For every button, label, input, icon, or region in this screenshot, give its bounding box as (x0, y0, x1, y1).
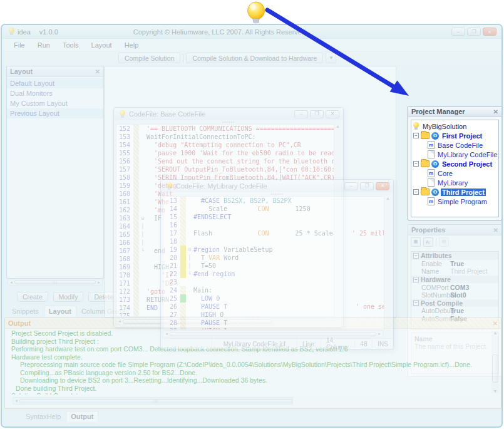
doc-bulb-icon (119, 110, 126, 118)
fold-marker (139, 157, 147, 165)
line-number: 160 (116, 190, 133, 198)
menu-item-help[interactable]: Help (119, 40, 145, 50)
property-value: Slot0 (450, 291, 466, 299)
property-group-row[interactable]: −Attributes (411, 252, 498, 260)
minimize-button[interactable]: – (451, 28, 465, 36)
scroll-thumb[interactable]: ||| (19, 399, 292, 403)
mylibrary-code-editor[interactable]: 13 #CASE BS2SX, BS2P, BS2PX14 Scale CON … (163, 196, 391, 330)
toolbar-dropdown-button[interactable]: ▼ (326, 53, 336, 63)
scroll-left-icon[interactable]: ◂ (116, 319, 123, 324)
doc-maximize-button[interactable]: ❐ (360, 182, 374, 190)
create-button[interactable]: Create (17, 292, 48, 302)
project-manager-close-icon[interactable]: ✕ (493, 108, 498, 115)
project-manager-header: Project Manager ✕ (408, 106, 501, 117)
categorized-view-icon[interactable]: ▦ (411, 237, 421, 247)
doc-close-button[interactable]: ✕ (376, 182, 389, 190)
menu-item-run[interactable]: Run (32, 40, 56, 50)
property-group-row[interactable]: −Post Compile (411, 299, 498, 308)
mylibrary-titlebar[interactable]: CodeFile: MyLibrary CodeFile – ❐ ✕ (161, 180, 393, 192)
tree-file-row[interactable]: mSimple Program (411, 197, 498, 206)
fold-marker (186, 221, 193, 229)
mylibrary-hscrollbar[interactable]: ◂ ▸ (163, 330, 383, 338)
code-text: T (220, 319, 227, 327)
output-vscrollbar[interactable]: ▲ ▼ (491, 331, 499, 393)
scroll-left-icon[interactable]: ◂ (13, 398, 19, 403)
code-text: CON (257, 229, 269, 237)
layout-panel-hscrollbar[interactable]: ◂ ||| ▸ (8, 279, 103, 286)
property-row[interactable]: EnableTrue (411, 260, 498, 268)
output-hscrollbar[interactable]: ◂ ||| (13, 397, 293, 405)
close-button[interactable]: x (483, 28, 496, 36)
maximize-button[interactable]: ❐ (467, 28, 481, 36)
tree-file-row[interactable]: mBase CodeFile (411, 140, 498, 150)
collapse-icon[interactable]: − (413, 277, 419, 282)
tab-layout[interactable]: Layout (44, 306, 76, 317)
tab-output[interactable]: Output (66, 411, 98, 422)
tree-file-row[interactable]: MyLibrary (411, 178, 498, 187)
scroll-left-icon[interactable]: ◂ (163, 331, 170, 336)
property-group-row[interactable]: −Hardware (411, 276, 498, 284)
tab-syntaxhelp[interactable]: SyntaxHelp (21, 411, 66, 422)
collapse-icon[interactable]: − (413, 300, 419, 306)
scroll-right-icon[interactable]: ▸ (96, 280, 102, 285)
splitter-grip[interactable]: •••••• (161, 192, 393, 195)
tab-snippets[interactable]: Snippets (7, 306, 44, 317)
scroll-thumb[interactable] (170, 332, 376, 336)
line-number: 166 (116, 239, 133, 247)
property-pages-icon[interactable]: ▤ (439, 237, 449, 247)
base-codefile-titlebar[interactable]: CodeFile: Base CodeFile – ❐ ✕ (114, 108, 343, 120)
scroll-thumb[interactable]: ||| (14, 280, 96, 284)
mylibrary-vscrollbar[interactable]: ▲ (384, 196, 391, 330)
doc-maximize-button[interactable]: ❐ (310, 110, 324, 118)
output-close-icon[interactable]: ✕ (493, 320, 498, 327)
scroll-left-icon[interactable]: ◂ (8, 280, 14, 285)
collapse-icon[interactable]: − (413, 161, 419, 167)
line-number: 153 (116, 133, 133, 141)
tree-project-row[interactable]: −OThird Project (411, 187, 498, 197)
modify-button[interactable]: Modify (53, 292, 84, 302)
layout-list-item[interactable]: Default Layout (7, 78, 103, 88)
menu-item-file[interactable]: File (8, 40, 31, 50)
code-text: #ENDSELECT (193, 213, 231, 221)
doc-minimize-button[interactable]: – (294, 110, 308, 118)
menu-item-layout[interactable]: Layout (86, 40, 118, 50)
doc-minimize-button[interactable]: – (344, 182, 358, 190)
collapse-icon[interactable]: − (413, 189, 419, 195)
layout-list-item[interactable]: My Custom Layout (7, 98, 103, 108)
fold-collapse-icon[interactable]: ⊟ (186, 246, 193, 254)
properties-close-icon[interactable]: ✕ (493, 227, 498, 234)
fold-collapse-icon[interactable]: ⊟ (139, 214, 147, 222)
layout-list-item[interactable]: Previous Layout (7, 108, 103, 118)
tree-solution-row[interactable]: MyBigSolution (411, 121, 498, 131)
property-row[interactable]: SlotNumberSlot0 (411, 291, 498, 299)
splitter-grip[interactable]: •••••• (114, 120, 343, 123)
scroll-right-icon[interactable]: ▸ (376, 331, 383, 336)
fold-marker (186, 229, 193, 237)
collapse-icon[interactable]: − (413, 253, 419, 259)
tree-file-row[interactable]: mCore (411, 168, 498, 178)
code-line: 15#ENDSELECT (163, 213, 391, 221)
scroll-thumb[interactable] (492, 354, 498, 383)
folder-icon (421, 160, 429, 167)
doc-close-button[interactable]: ✕ (326, 110, 339, 118)
layout-list-item[interactable]: Dual Monitors (7, 88, 103, 98)
tree-project-row[interactable]: −OFirst Project (411, 131, 498, 140)
menu-item-tools[interactable]: Tools (57, 40, 85, 50)
property-row[interactable]: AutoDebugTrue (411, 307, 498, 315)
code-line: 23 (163, 278, 391, 286)
alphabetical-sort-icon[interactable]: A↓ (423, 237, 433, 247)
layout-panel-close-icon[interactable]: ✕ (95, 68, 100, 75)
collapse-icon[interactable]: − (413, 133, 419, 138)
fold-marker (139, 287, 147, 296)
property-row[interactable]: COMPortCOM3 (411, 283, 498, 291)
toolbar-button-1[interactable]: Compile Solution (118, 53, 180, 63)
property-row[interactable]: NameThird Project (411, 267, 498, 276)
toolbar-button-2[interactable]: Compile Solution & Download to Hardware (186, 53, 323, 63)
code-text: VariableSetup (224, 246, 272, 254)
tree-file-row[interactable]: MyLibrary CodeFile (411, 150, 498, 159)
tree-project-row[interactable]: −OSecond Project (411, 159, 498, 168)
property-value: True (450, 307, 464, 314)
codefile-icon (428, 178, 435, 187)
code-text: 0 (216, 311, 224, 319)
change-bar (133, 312, 139, 317)
